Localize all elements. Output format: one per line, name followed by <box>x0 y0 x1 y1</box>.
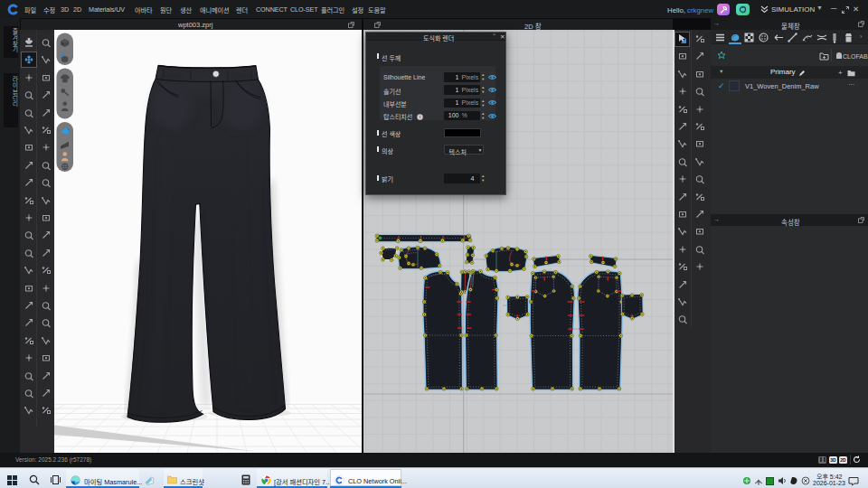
svg-text:i: i <box>420 114 420 119</box>
